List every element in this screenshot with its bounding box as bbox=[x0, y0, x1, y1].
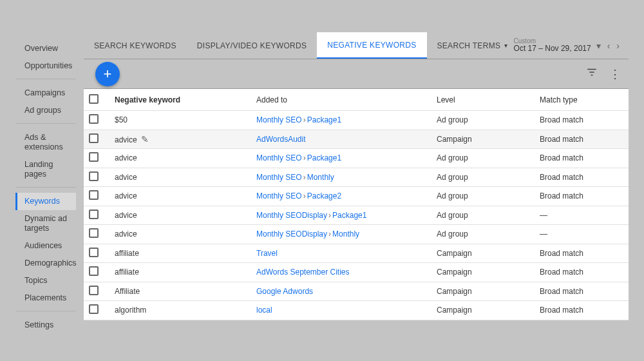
cell-added-to[interactable]: Google Adwords bbox=[256, 287, 437, 296]
sidebar-item-keywords[interactable]: Keywords bbox=[15, 193, 76, 210]
row-checkbox[interactable] bbox=[89, 248, 99, 257]
cell-match-type: Broad match bbox=[540, 306, 623, 315]
row-checkbox[interactable] bbox=[89, 114, 99, 124]
cell-added-to[interactable]: Monthly SEO›Monthly bbox=[256, 173, 437, 182]
added-to-link[interactable]: Package1 bbox=[332, 211, 366, 220]
row-checkbox[interactable] bbox=[89, 171, 99, 181]
cell-keyword: Affiliate bbox=[115, 287, 256, 296]
cell-added-to[interactable]: Travel bbox=[256, 249, 437, 258]
added-to-link[interactable]: Monthly SEO bbox=[256, 153, 302, 162]
added-to-link[interactable]: Package2 bbox=[307, 191, 341, 200]
sidebar-item-ad-groups[interactable]: Ad groups bbox=[15, 102, 76, 119]
sidebar-item-audiences[interactable]: Audiences bbox=[15, 237, 76, 255]
cell-added-to[interactable]: Monthly SEODisplay›Package1 bbox=[256, 211, 437, 220]
tab-negative-keywords[interactable]: NEGATIVE KEYWORDS bbox=[317, 32, 426, 59]
sidebar-item-dynamic-ad-targets[interactable]: Dynamic ad targets bbox=[15, 210, 76, 237]
added-to-link[interactable]: Travel bbox=[256, 249, 278, 258]
column-header-match-type[interactable]: Match type bbox=[540, 95, 623, 104]
row-checkbox[interactable] bbox=[89, 133, 99, 143]
cell-added-to[interactable]: Monthly SEO›Package2 bbox=[256, 191, 437, 200]
row-select-cell bbox=[89, 171, 115, 183]
table-row[interactable]: adviceMonthly SEODisplay›MonthlyAd group… bbox=[84, 225, 629, 244]
sidebar-item-landing-pages[interactable]: Landing pages bbox=[15, 156, 76, 183]
sidebar-item-ads-extensions[interactable]: Ads & extensions bbox=[15, 129, 76, 156]
toolbar-right: ⋮ bbox=[586, 66, 621, 81]
added-to-link[interactable]: Monthly SEODisplay bbox=[256, 211, 327, 220]
table-row[interactable]: advice✎AdWordsAuditCampaignBroad match bbox=[84, 130, 629, 150]
table-row[interactable]: adviceMonthly SEO›Package2Ad groupBroad … bbox=[84, 187, 629, 206]
keyword-text: affiliate bbox=[115, 268, 139, 277]
added-to-link[interactable]: AdWordsAudit bbox=[256, 135, 305, 144]
more-icon[interactable]: ⋮ bbox=[609, 67, 621, 81]
row-checkbox[interactable] bbox=[89, 228, 99, 238]
cell-added-to[interactable]: AdWordsAudit bbox=[256, 135, 437, 144]
column-header-added-to[interactable]: Added to bbox=[256, 95, 437, 104]
row-checkbox[interactable] bbox=[89, 190, 99, 200]
table-row[interactable]: $50Monthly SEO›Package1Ad groupBroad mat… bbox=[84, 111, 629, 130]
added-to-link[interactable]: Monthly SEO bbox=[256, 173, 302, 182]
tab-bar: SEARCH KEYWORDSDISPLAY/VIDEO KEYWORDSNEG… bbox=[84, 32, 629, 59]
date-range-picker[interactable]: Custom Oct 17 – Nov 29, 2017 ▾ ‹ › bbox=[511, 32, 623, 59]
cell-added-to[interactable]: local bbox=[256, 306, 437, 315]
column-header-keyword[interactable]: Negative keyword bbox=[115, 95, 256, 104]
row-checkbox[interactable] bbox=[89, 210, 99, 219]
added-to-link[interactable]: Monthly SEODisplay bbox=[256, 229, 327, 239]
sidebar-item-campaigns[interactable]: Campaigns bbox=[15, 84, 76, 102]
chevron-down-icon: ▾ bbox=[504, 42, 507, 49]
sidebar-item-placements[interactable]: Placements bbox=[15, 289, 76, 307]
keyword-text: Affiliate bbox=[115, 287, 140, 296]
added-to-link[interactable]: Monthly SEO bbox=[256, 191, 302, 200]
table-row[interactable]: AffiliateGoogle AdwordsCampaignBroad mat… bbox=[84, 282, 629, 302]
added-to-link[interactable]: Google Adwords bbox=[256, 287, 313, 296]
chevron-down-icon[interactable]: ▾ bbox=[595, 39, 602, 52]
sidebar-item-overview[interactable]: Overview bbox=[15, 40, 76, 57]
table-row[interactable]: adviceMonthly SEO›Package1Ad groupBroad … bbox=[84, 149, 629, 168]
breadcrumb-separator: › bbox=[302, 191, 307, 200]
cell-keyword: advice✎ bbox=[115, 134, 256, 144]
table-row[interactable]: adviceMonthly SEO›MonthlyAd groupBroad m… bbox=[84, 168, 629, 188]
breadcrumb-separator: › bbox=[302, 153, 307, 162]
table-row[interactable]: affiliateAdWords September CitiesCampaig… bbox=[84, 263, 629, 282]
cell-level: Ad group bbox=[437, 115, 540, 124]
row-select-cell bbox=[89, 304, 115, 316]
select-all-checkbox[interactable] bbox=[89, 94, 99, 104]
added-to-link[interactable]: Monthly bbox=[332, 229, 359, 239]
table-row[interactable]: algorithmlocalCampaignBroad match bbox=[84, 301, 629, 320]
cell-added-to[interactable]: Monthly SEO›Package1 bbox=[256, 153, 437, 162]
cell-added-to[interactable]: Monthly SEO›Package1 bbox=[256, 115, 437, 124]
cell-level: Ad group bbox=[437, 191, 540, 200]
edit-icon[interactable]: ✎ bbox=[141, 134, 149, 144]
row-checkbox[interactable] bbox=[89, 152, 99, 162]
cell-match-type: Broad match bbox=[540, 249, 623, 258]
cell-added-to[interactable]: Monthly SEODisplay›Monthly bbox=[256, 229, 437, 239]
tab-search-terms[interactable]: SEARCH TERMS▾ bbox=[427, 32, 518, 59]
row-checkbox[interactable] bbox=[89, 266, 99, 276]
filter-icon[interactable] bbox=[586, 66, 598, 81]
row-select-cell bbox=[89, 190, 115, 202]
added-to-link[interactable]: AdWords September Cities bbox=[256, 268, 350, 277]
added-to-link[interactable]: Monthly SEO bbox=[256, 115, 302, 124]
cell-match-type: Broad match bbox=[540, 153, 623, 162]
row-checkbox[interactable] bbox=[89, 304, 99, 314]
added-to-link[interactable]: Package1 bbox=[307, 115, 341, 124]
date-next-button[interactable]: › bbox=[615, 39, 621, 52]
add-button[interactable]: + bbox=[95, 62, 120, 86]
sidebar-item-topics[interactable]: Topics bbox=[15, 272, 76, 289]
table-row[interactable]: adviceMonthly SEODisplay›Package1Ad grou… bbox=[84, 206, 629, 226]
tab-search-keywords[interactable]: SEARCH KEYWORDS bbox=[84, 32, 187, 59]
cell-added-to[interactable]: AdWords September Cities bbox=[256, 268, 437, 277]
added-to-link[interactable]: Monthly bbox=[307, 173, 334, 182]
sidebar-item-settings[interactable]: Settings bbox=[15, 317, 76, 334]
keyword-text: advice bbox=[115, 153, 137, 162]
cell-level: Campaign bbox=[437, 268, 540, 277]
date-prev-button[interactable]: ‹ bbox=[606, 39, 612, 52]
added-to-link[interactable]: Package1 bbox=[307, 153, 341, 162]
column-header-level[interactable]: Level bbox=[437, 95, 540, 104]
sidebar-item-opportunities[interactable]: Opportunities bbox=[15, 57, 76, 75]
added-to-link[interactable]: local bbox=[256, 306, 272, 315]
cell-match-type: Broad match bbox=[540, 115, 623, 124]
sidebar-item-demographics[interactable]: Demographics bbox=[15, 255, 76, 272]
tab-display-video-keywords[interactable]: DISPLAY/VIDEO KEYWORDS bbox=[187, 32, 317, 59]
row-checkbox[interactable] bbox=[89, 286, 99, 295]
table-row[interactable]: affiliateTravelCampaignBroad match bbox=[84, 244, 629, 264]
